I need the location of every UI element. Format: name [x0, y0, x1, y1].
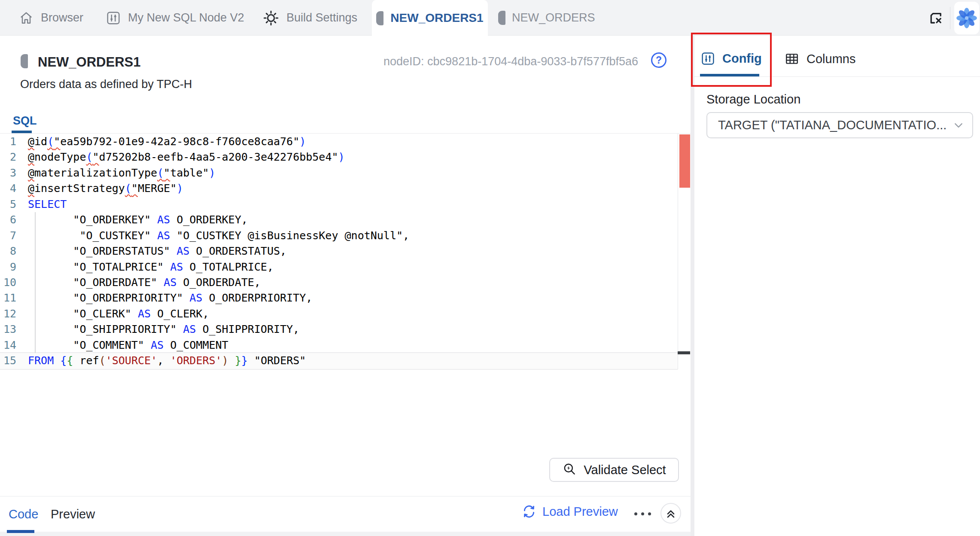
line-number: 1 — [0, 134, 16, 149]
sql-divider — [0, 133, 691, 134]
tab-code[interactable]: Code — [9, 507, 38, 521]
code-line-2: 2@nodeType("d75202b8-eefb-4aa5-a200-3e42… — [0, 149, 678, 165]
validate-select-label: Validate Select — [584, 463, 666, 477]
bottom-bar-divider — [0, 496, 691, 496]
bottom-strip — [0, 532, 691, 536]
code-line-11: 11 "O_ORDERPRIORITY" AS O_ORDERPRIORITY, — [0, 290, 678, 306]
code-line-10: 10 "O_ORDERDATE" AS O_ORDERDATE, — [0, 275, 678, 290]
tab-columns[interactable]: Columns — [785, 52, 855, 66]
more-options-button[interactable] — [634, 512, 651, 515]
code-line-15: 15FROM {{ ref('SOURCE', 'ORDERS') }} "OR… — [0, 353, 678, 368]
code-line-3: 3@materializationType("table") — [0, 165, 678, 181]
tab-new-orders1-label: NEW_ORDERS1 — [390, 11, 483, 25]
panel-divider — [691, 36, 694, 536]
tab-new-orders1[interactable]: NEW_ORDERS1 — [372, 0, 488, 36]
page-title: NEW_ORDERS1 — [38, 55, 140, 70]
top-tab-bar: Browser My New SQL Node V2 Build Setting… — [0, 0, 980, 36]
validate-select-button[interactable]: Validate Select — [549, 458, 679, 482]
app-logo[interactable] — [954, 2, 979, 34]
line-number: 2 — [0, 149, 16, 165]
overview-ruler — [678, 134, 678, 369]
node-icon — [498, 11, 505, 25]
line-number: 9 — [0, 259, 16, 275]
tab-build-settings-label: Build Settings — [286, 11, 357, 24]
code-line-1: 1@id("ea59b792-01e9-42a2-98c8-f760ce8caa… — [0, 134, 678, 149]
double-chevron-up-icon — [664, 506, 678, 520]
storage-location-value: TARGET ("TATIANA_DOCUMENTATIO... — [718, 118, 953, 132]
ruler-error-marker — [679, 134, 690, 188]
code-line-6: 6 "O_ORDERKEY" AS O_ORDERKEY, — [0, 212, 678, 228]
node-description: Orders data as defined by TPC-H — [20, 78, 192, 91]
code-line-7: 7 "O_CUSTKEY" AS "O_CUSTKEY @isBusinessK… — [0, 228, 678, 244]
sql-editor[interactable]: 1@id("ea59b792-01e9-42a2-98c8-f760ce8caa… — [0, 134, 678, 369]
sliders-icon — [106, 11, 121, 25]
tab-columns-label: Columns — [807, 52, 855, 66]
line-number: 3 — [0, 165, 16, 181]
indent-guide — [35, 212, 36, 353]
close-tab-icon[interactable] — [926, 9, 945, 27]
line-number: 14 — [0, 338, 16, 353]
line-number: 10 — [0, 275, 16, 290]
tab-browser[interactable]: Browser — [19, 0, 83, 36]
table-grid-icon — [785, 52, 799, 66]
line-number: 6 — [0, 212, 16, 228]
code-lines: 1@id("ea59b792-01e9-42a2-98c8-f760ce8caa… — [0, 134, 678, 369]
line-number: 13 — [0, 322, 16, 337]
code-line-5: 5SELECT — [0, 197, 678, 212]
code-line-14: 14 "O_COMMENT" AS O_COMMENT — [0, 338, 678, 353]
code-line-4: 4@insertStrategy("MERGE") — [0, 181, 678, 196]
node-id-text: nodeID: cbc9821b-1704-4dba-9033-b7f577fb… — [383, 55, 638, 68]
ruler-cursor-marker — [678, 351, 690, 354]
tab-sql-node[interactable]: My New SQL Node V2 — [106, 0, 244, 36]
home-icon — [19, 11, 33, 25]
tab-config[interactable]: Config — [701, 52, 762, 66]
node-icon — [376, 11, 383, 25]
tab-browser-label: Browser — [41, 11, 83, 24]
tab-preview[interactable]: Preview — [51, 507, 95, 521]
tab-config-label: Config — [722, 52, 762, 66]
collapse-panel-button[interactable] — [660, 503, 681, 524]
load-preview-label: Load Preview — [542, 505, 618, 519]
line-number: 12 — [0, 306, 16, 322]
chevron-down-icon — [953, 121, 964, 130]
help-icon[interactable]: ? — [651, 52, 667, 68]
storage-location-label: Storage Location — [706, 92, 800, 107]
config-sliders-icon — [701, 52, 715, 66]
tab-sql[interactable]: SQL — [13, 114, 37, 128]
line-number: 5 — [0, 197, 16, 212]
right-panel-divider — [694, 76, 980, 77]
pinwheel-logo-icon — [956, 7, 978, 29]
tab-new-orders[interactable]: NEW_ORDERS — [498, 0, 595, 36]
tab-sql-node-label: My New SQL Node V2 — [128, 11, 244, 24]
topbar-divider — [950, 7, 950, 29]
gear-icon — [263, 10, 279, 26]
line-number: 7 — [0, 228, 16, 244]
load-preview-button[interactable]: Load Preview — [522, 504, 618, 519]
code-line-8: 8 "O_ORDERSTATUS" AS O_ORDERSTATUS, — [0, 244, 678, 259]
refresh-icon — [522, 504, 536, 519]
storage-location-select[interactable]: TARGET ("TATIANA_DOCUMENTATIO... — [706, 112, 973, 138]
tab-build-settings[interactable]: Build Settings — [263, 0, 357, 36]
line-number: 4 — [0, 181, 16, 196]
tab-new-orders-label: NEW_ORDERS — [512, 11, 595, 24]
line-number: 11 — [0, 290, 16, 306]
code-line-13: 13 "O_SHIPPRIORITY" AS O_SHIPPRIORITY, — [0, 322, 678, 337]
code-tab-underline — [7, 530, 34, 533]
line-number: 8 — [0, 244, 16, 259]
node-icon — [21, 54, 28, 68]
code-line-12: 12 "O_CLERK" AS O_CLERK, — [0, 306, 678, 322]
search-bolt-icon — [562, 462, 578, 478]
code-line-9: 9 "O_TOTALPRICE" AS O_TOTALPRICE, — [0, 259, 678, 275]
line-number: 15 — [0, 353, 16, 368]
